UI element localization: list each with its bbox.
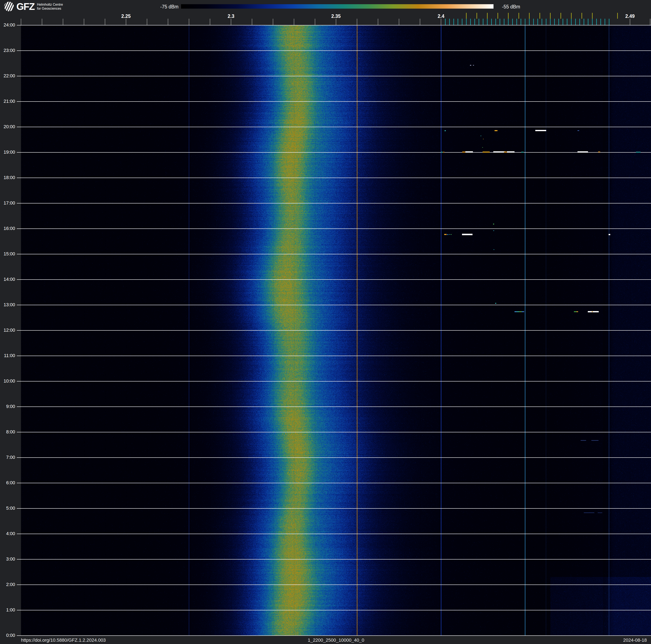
ble-channel-tick — [483, 19, 484, 25]
time-label: 13:00 — [0, 302, 15, 308]
ble-channel-tick — [449, 19, 450, 25]
time-label: 16:00 — [0, 226, 15, 231]
time-label: 24:00 — [0, 22, 15, 28]
ble-channel-tick — [558, 19, 559, 25]
ble-channel-tick — [592, 19, 593, 25]
freq-tick-gray — [273, 19, 273, 25]
dataset-label: 1_2200_2500_10000_40_0 — [305, 638, 368, 643]
time-label: 23:00 — [0, 48, 15, 53]
ble-channel-tick — [533, 19, 534, 25]
freq-tick-gray — [105, 19, 105, 25]
brand-subtitle-line2: for Geosciences — [37, 7, 61, 10]
ble-channel-tick — [588, 19, 588, 25]
freq-tick-gray — [441, 19, 441, 25]
wifi-channel-tick — [466, 13, 467, 19]
freq-tick-gray — [378, 19, 378, 25]
wifi-channel-tick — [476, 13, 477, 19]
freq-tick-gray — [650, 19, 650, 25]
brand-subtitle-line1: Helmholtz Centre — [37, 3, 63, 6]
ble-channel-tick — [529, 19, 530, 25]
freq-tick-gray — [231, 19, 231, 25]
spectrogram-canvas — [17, 25, 651, 636]
time-label: 21:00 — [0, 98, 15, 104]
time-label: 17:00 — [0, 200, 15, 206]
wifi-channel-tick — [487, 13, 488, 19]
time-label: 9:00 — [0, 404, 15, 409]
ble-channel-tick — [596, 19, 597, 25]
wifi-channel-tick — [592, 13, 593, 19]
wifi-channel-tick — [550, 13, 551, 19]
freq-label: 2.35 — [327, 13, 345, 19]
wifi-channel-tick — [582, 13, 582, 19]
ble-channel-tick — [454, 19, 454, 25]
ble-channel-tick — [571, 19, 571, 25]
ble-channel-tick — [567, 19, 567, 25]
ble-channel-tick — [478, 19, 479, 25]
ble-channel-tick — [491, 19, 492, 25]
time-label: 20:00 — [0, 124, 15, 129]
spectrogram-page: GFZ Helmholtz Centre for Geosciences -75… — [0, 0, 651, 644]
freq-tick-gray — [42, 19, 42, 25]
doi-link[interactable]: https://doi.org/10.5880/GFZ.1.2.2024.003 — [21, 638, 106, 643]
freq-tick-gray — [252, 19, 252, 25]
ble-channel-tick — [470, 19, 471, 25]
freq-tick-gray — [210, 19, 210, 25]
time-label: 12:00 — [0, 327, 15, 333]
freq-tick-gray — [420, 19, 420, 25]
wifi-channel-tick — [560, 13, 561, 19]
ble-channel-tick — [575, 19, 576, 25]
wifi-channel-tick — [571, 13, 571, 19]
time-label: 7:00 — [0, 455, 15, 460]
freq-tick-gray — [630, 19, 630, 25]
freq-tick-gray — [168, 19, 168, 25]
date-label: 2024-08-18 — [623, 638, 647, 643]
brand-subtitle: Helmholtz Centre for Geosciences — [37, 2, 63, 10]
ble-channel-tick — [458, 19, 458, 25]
ble-channel-tick — [487, 19, 488, 25]
freq-tick-gray — [294, 19, 294, 25]
freq-tick-gray — [357, 19, 357, 25]
time-label: 18:00 — [0, 175, 15, 180]
ble-channel-tick — [500, 19, 500, 25]
ble-channel-tick — [554, 19, 555, 25]
wifi-channel-tick — [497, 13, 498, 19]
freq-tick-gray — [399, 19, 399, 25]
wifi-channel-tick — [617, 13, 618, 19]
time-label: 22:00 — [0, 73, 15, 79]
brand-name: GFZ — [17, 2, 34, 11]
ble-channel-tick — [546, 19, 547, 25]
time-label: 5:00 — [0, 505, 15, 511]
ble-channel-tick — [541, 19, 542, 25]
freq-label: 2.25 — [117, 13, 135, 19]
ble-channel-tick — [521, 19, 521, 25]
freq-tick-gray — [63, 19, 63, 25]
time-label: 11:00 — [0, 353, 15, 358]
time-label: 3:00 — [0, 556, 15, 562]
ble-channel-tick — [563, 19, 563, 25]
ble-channel-tick — [600, 19, 601, 25]
time-label: 6:00 — [0, 480, 15, 486]
ble-channel-tick — [525, 19, 525, 25]
ble-channel-tick — [550, 19, 551, 25]
colorbar-min-label: -75 dBm — [155, 4, 179, 10]
ble-channel-tick — [495, 19, 496, 25]
time-label: 15:00 — [0, 251, 15, 257]
ble-channel-tick — [579, 19, 580, 25]
freq-tick-gray — [21, 19, 21, 25]
ble-channel-tick — [609, 19, 610, 25]
wifi-channel-tick — [529, 13, 530, 19]
time-label: 14:00 — [0, 276, 15, 282]
time-label: 8:00 — [0, 429, 15, 435]
ble-channel-tick — [462, 19, 462, 25]
time-label: 19:00 — [0, 149, 15, 155]
freq-tick-gray — [336, 19, 336, 25]
ble-channel-tick — [445, 19, 445, 25]
ble-channel-tick — [537, 19, 538, 25]
gfz-logo: GFZ Helmholtz Centre for Geosciences — [4, 2, 63, 11]
wifi-channel-tick — [539, 13, 540, 19]
colorbar-max-label: -55 dBm — [502, 4, 535, 10]
wifi-channel-tick — [519, 13, 519, 19]
freq-label: 2.49 — [621, 13, 640, 19]
freq-tick-gray — [84, 19, 84, 25]
ble-channel-tick — [508, 19, 508, 25]
